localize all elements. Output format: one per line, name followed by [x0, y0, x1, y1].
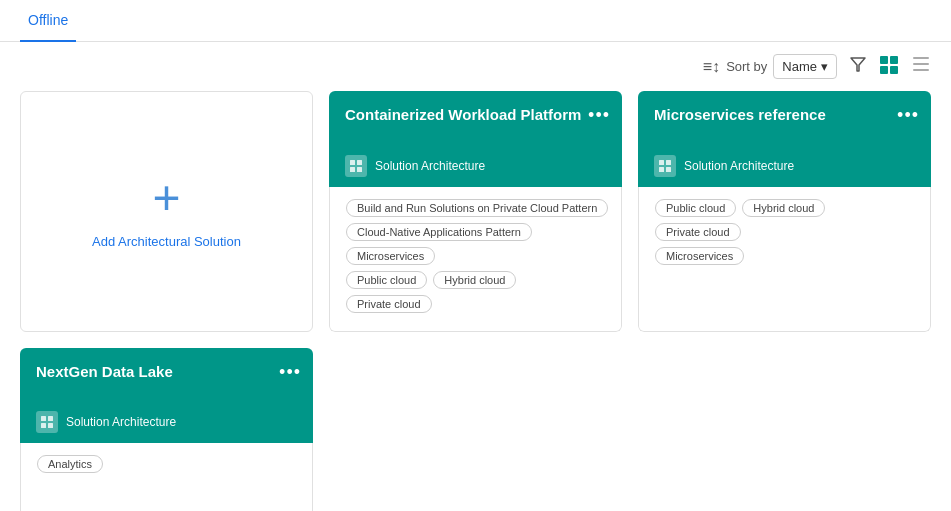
svg-marker-0 — [851, 58, 865, 71]
filter-icon[interactable] — [849, 56, 867, 78]
svg-rect-17 — [48, 416, 53, 421]
toolbar: ≡↕ Sort by Name ▾ — [0, 42, 951, 91]
card-menu-button[interactable]: ••• — [588, 105, 610, 126]
tag[interactable]: Public cloud — [655, 199, 736, 217]
svg-rect-12 — [659, 160, 664, 165]
tags-row: Analytics — [37, 455, 296, 473]
svg-rect-9 — [357, 160, 362, 165]
tags-row-1: Public cloud Hybrid cloud Private cloud — [655, 199, 914, 241]
sort-label: Sort by — [726, 59, 767, 74]
solution-architecture-icon — [654, 155, 676, 177]
card-body: Build and Run Solutions on Private Cloud… — [329, 187, 622, 332]
sort-dropdown[interactable]: Name ▾ — [773, 54, 837, 79]
svg-rect-16 — [41, 416, 46, 421]
tags-row-2: Cloud-Native Applications Pattern Micros… — [346, 223, 605, 265]
grid-view-icon[interactable] — [879, 55, 899, 79]
svg-rect-7 — [913, 69, 929, 71]
card-nextgen-data-lake: NextGen Data Lake ••• Solution Architect… — [20, 348, 313, 512]
card-body: Public cloud Hybrid cloud Private cloud … — [638, 187, 931, 332]
svg-rect-3 — [880, 66, 888, 74]
svg-rect-4 — [890, 66, 898, 74]
svg-rect-19 — [48, 423, 53, 428]
sort-group: ≡↕ Sort by Name ▾ — [703, 54, 837, 79]
tags-row-2: Microservices — [655, 247, 914, 265]
tag[interactable]: Public cloud — [346, 271, 427, 289]
list-view-icon[interactable] — [911, 54, 931, 79]
tag[interactable]: Microservices — [655, 247, 744, 265]
add-architectural-solution-card[interactable]: + Add Architectural Solution — [20, 91, 313, 332]
card-menu-button[interactable]: ••• — [279, 362, 301, 383]
tab-bar: Offline — [0, 0, 951, 42]
svg-rect-6 — [913, 63, 929, 65]
card-type-row: Solution Architecture — [345, 155, 606, 177]
svg-rect-1 — [880, 56, 888, 64]
tab-offline[interactable]: Offline — [20, 0, 76, 42]
tag[interactable]: Cloud-Native Applications Pattern — [346, 223, 532, 241]
add-card-label: Add Architectural Solution — [92, 234, 241, 249]
card-menu-button[interactable]: ••• — [897, 105, 919, 126]
card-type-label: Solution Architecture — [375, 159, 485, 173]
svg-rect-5 — [913, 57, 929, 59]
svg-rect-15 — [666, 167, 671, 172]
card-header: Microservices reference ••• Solution Arc… — [638, 91, 931, 187]
svg-rect-2 — [890, 56, 898, 64]
card-type-row: Solution Architecture — [36, 411, 297, 433]
tags-row-1: Build and Run Solutions on Private Cloud… — [346, 199, 605, 217]
card-microservices-reference: Microservices reference ••• Solution Arc… — [638, 91, 931, 332]
card-body: Analytics — [20, 443, 313, 511]
card-type-label: Solution Architecture — [66, 415, 176, 429]
tag[interactable]: Private cloud — [655, 223, 741, 241]
tags-row-3: Public cloud Hybrid cloud Private cloud — [346, 271, 605, 313]
solution-architecture-icon — [345, 155, 367, 177]
card-title: Containerized Workload Platform — [345, 105, 606, 125]
svg-rect-11 — [357, 167, 362, 172]
cards-grid: + Add Architectural Solution Containeriz… — [0, 91, 951, 511]
svg-rect-10 — [350, 167, 355, 172]
tag[interactable]: Analytics — [37, 455, 103, 473]
tag[interactable]: Private cloud — [346, 295, 432, 313]
card-type-row: Solution Architecture — [654, 155, 915, 177]
svg-rect-8 — [350, 160, 355, 165]
tag[interactable]: Hybrid cloud — [433, 271, 516, 289]
chevron-down-icon: ▾ — [821, 59, 828, 74]
svg-rect-13 — [666, 160, 671, 165]
card-containerized-workload: Containerized Workload Platform ••• Solu… — [329, 91, 622, 332]
tag[interactable]: Hybrid cloud — [742, 199, 825, 217]
card-header: Containerized Workload Platform ••• Solu… — [329, 91, 622, 187]
add-icon: + — [152, 174, 180, 222]
card-type-label: Solution Architecture — [684, 159, 794, 173]
tag[interactable]: Build and Run Solutions on Private Cloud… — [346, 199, 608, 217]
svg-rect-18 — [41, 423, 46, 428]
solution-architecture-icon — [36, 411, 58, 433]
card-title: NextGen Data Lake — [36, 362, 297, 382]
svg-rect-14 — [659, 167, 664, 172]
card-title: Microservices reference — [654, 105, 915, 125]
tag[interactable]: Microservices — [346, 247, 435, 265]
sort-value: Name — [782, 59, 817, 74]
sort-icon: ≡↕ — [703, 58, 720, 76]
card-header: NextGen Data Lake ••• Solution Architect… — [20, 348, 313, 444]
